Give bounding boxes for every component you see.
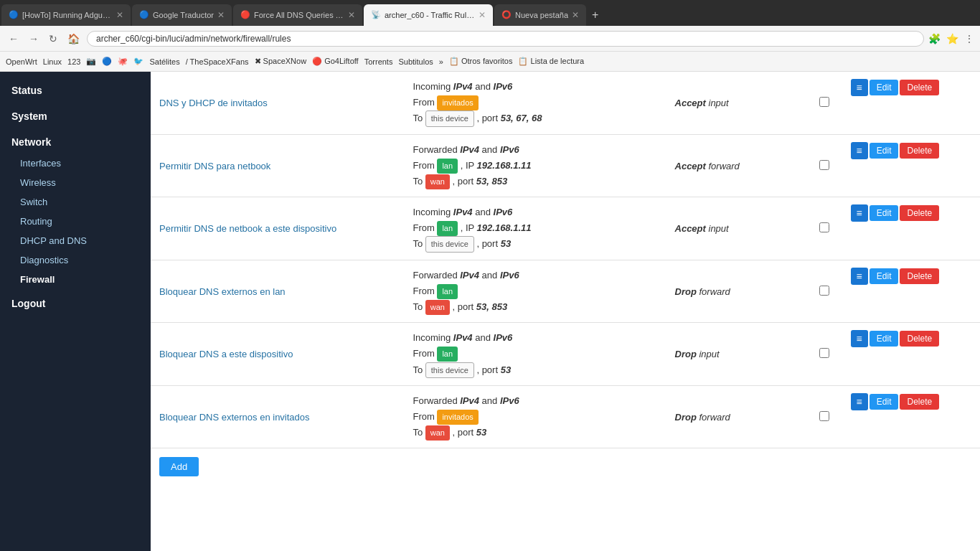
rules-table: DNS y DHCP de invitados Incoming IPv4 an…: [151, 72, 980, 448]
checkbox-5[interactable]: [819, 348, 829, 358]
checkbox-6[interactable]: [819, 411, 829, 421]
rule-buttons-3: ≡ Edit Delete: [842, 197, 980, 229]
sidebar-item-firewall[interactable]: Firewall: [0, 270, 151, 289]
list-button-3[interactable]: ≡: [851, 204, 868, 222]
sidebar: Status System Network Interfaces Wireles…: [0, 72, 151, 551]
checkbox-3[interactable]: [819, 222, 829, 232]
delete-button-4[interactable]: Delete: [900, 268, 939, 284]
rule-name-4: Bloquear DNS externos en lan: [151, 260, 404, 323]
tab-1-close[interactable]: ✕: [116, 10, 123, 20]
home-button[interactable]: 🏠: [65, 32, 83, 46]
tab-2[interactable]: 🔵 Google Traductor ✕: [132, 4, 232, 26]
table-row: Bloquear DNS externos en invitados Forwa…: [151, 386, 980, 448]
rule-buttons-6: ≡ Edit Delete: [842, 386, 980, 418]
bookmark-go4liftoff[interactable]: 🔴 Go4Liftoff: [312, 57, 359, 66]
rule-buttons-5: ≡ Edit Delete: [842, 323, 980, 354]
main-content: DNS y DHCP de invitados Incoming IPv4 an…: [151, 72, 980, 551]
menu-icon[interactable]: ⋮: [964, 33, 974, 44]
tab-5[interactable]: ⭕ Nueva pestaña ✕: [494, 4, 586, 26]
delete-button-3[interactable]: Delete: [900, 205, 939, 221]
sidebar-section-system: System: [0, 105, 151, 128]
rule-checkbox-4[interactable]: [806, 260, 842, 323]
delete-button-5[interactable]: Delete: [900, 331, 939, 347]
address-input[interactable]: [87, 31, 924, 47]
tab-3[interactable]: 🔴 Force All DNS Queries Thro... ✕: [233, 4, 362, 26]
bookmark-otros[interactable]: 📋 Otros favoritos: [449, 57, 513, 66]
add-button[interactable]: Add: [159, 457, 199, 476]
bookmark-openwrt[interactable]: OpenWrt: [6, 57, 37, 66]
sidebar-item-system[interactable]: System: [0, 105, 151, 128]
edit-button-5[interactable]: Edit: [870, 331, 899, 347]
bookmark-reddit[interactable]: 📷: [86, 57, 96, 66]
sidebar-item-wireless[interactable]: Wireless: [0, 173, 151, 192]
tab-1[interactable]: 🔵 [HowTo] Running Adguard ✕: [1, 4, 131, 26]
sidebar-item-switch[interactable]: Switch: [0, 192, 151, 212]
sidebar-item-diagnostics[interactable]: Diagnostics: [0, 250, 151, 270]
rule-desc-4: Forwarded IPv4 and IPv6 From lan To wan …: [404, 260, 666, 323]
bookmark-bing[interactable]: 🔵: [102, 57, 112, 66]
delete-button-1[interactable]: Delete: [900, 80, 939, 95]
rule-name-1: DNS y DHCP de invitados: [151, 72, 404, 134]
tab-4[interactable]: 📡 archer_c60 - Traffic Rules - ✕: [364, 4, 493, 26]
bookmark-more[interactable]: »: [439, 57, 443, 66]
edit-button-6[interactable]: Edit: [870, 394, 899, 410]
bookmark-twitter[interactable]: 🐦: [133, 57, 143, 66]
sidebar-section-logout: Logout: [0, 292, 151, 315]
tab-2-close[interactable]: ✕: [217, 10, 225, 20]
rule-checkbox-1[interactable]: [806, 72, 842, 134]
delete-button-2[interactable]: Delete: [900, 143, 939, 159]
sidebar-item-network[interactable]: Network: [0, 131, 151, 154]
bookmark-linux[interactable]: Linux: [43, 57, 62, 66]
tab-4-favicon: 📡: [371, 10, 381, 20]
bookmark-subtitulos[interactable]: Subtitulos: [398, 57, 433, 66]
sidebar-item-status[interactable]: Status: [0, 79, 151, 102]
forward-button[interactable]: →: [26, 32, 42, 46]
checkbox-2[interactable]: [819, 160, 829, 170]
new-tab-button[interactable]: +: [586, 9, 604, 22]
edit-button-4[interactable]: Edit: [870, 268, 899, 284]
rule-checkbox-6[interactable]: [806, 386, 842, 448]
checkbox-4[interactable]: [819, 286, 829, 296]
rule-checkbox-3[interactable]: [806, 197, 842, 260]
bookmark-satelites[interactable]: Satélites: [149, 57, 179, 66]
delete-button-6[interactable]: Delete: [900, 394, 939, 410]
list-button-5[interactable]: ≡: [851, 330, 868, 347]
sidebar-item-logout[interactable]: Logout: [0, 292, 151, 315]
tab-3-title: Force All DNS Queries Thro...: [254, 11, 344, 19]
sidebar-item-routing[interactable]: Routing: [0, 212, 151, 231]
back-button[interactable]: ←: [6, 32, 22, 46]
tab-5-close[interactable]: ✕: [572, 10, 579, 20]
edit-button-2[interactable]: Edit: [870, 143, 899, 159]
bookmark-lista[interactable]: 📋 Lista de lectura: [518, 57, 584, 66]
list-button-4[interactable]: ≡: [851, 268, 868, 285]
refresh-button[interactable]: ↻: [46, 32, 60, 46]
address-bar: ← → ↻ 🏠 🧩 ⭐ ⋮: [0, 26, 980, 52]
bookmark-spacexfans[interactable]: / TheSpaceXFans: [186, 57, 249, 66]
bookmark-torrents[interactable]: Torrents: [364, 57, 393, 66]
list-button-1[interactable]: ≡: [851, 79, 868, 96]
edit-button-1[interactable]: Edit: [870, 80, 899, 95]
sidebar-item-dhcp[interactable]: DHCP and DNS: [0, 231, 151, 250]
rule-desc-6: Forwarded IPv4 and IPv6 From invitados T…: [404, 386, 666, 448]
bookmark-spacexnow[interactable]: ✖ SpaceXNow: [255, 57, 307, 66]
tab-4-close[interactable]: ✕: [479, 10, 486, 20]
sidebar-section-status: Status: [0, 79, 151, 102]
bookmark-123[interactable]: 123: [67, 57, 80, 66]
rule-action-3: Accept input: [666, 197, 807, 260]
rule-checkbox-5[interactable]: [806, 323, 842, 386]
bookmark-github[interactable]: 🐙: [118, 57, 128, 66]
tab-3-close[interactable]: ✕: [348, 10, 355, 20]
bookmark-icon[interactable]: ⭐: [946, 33, 958, 44]
sidebar-section-network: Network Interfaces Wireless Switch Routi…: [0, 131, 151, 289]
rule-checkbox-2[interactable]: [806, 134, 842, 197]
checkbox-1[interactable]: [819, 97, 829, 107]
sidebar-item-interfaces[interactable]: Interfaces: [0, 154, 151, 173]
list-button-6[interactable]: ≡: [851, 393, 868, 410]
list-button-2[interactable]: ≡: [851, 142, 868, 159]
rule-action-5: Drop input: [666, 323, 807, 386]
tab-4-title: archer_c60 - Traffic Rules -: [385, 11, 475, 19]
table-row: Permitir DNS de netbook a este dispositi…: [151, 197, 980, 260]
extensions-icon[interactable]: 🧩: [928, 33, 941, 44]
edit-button-3[interactable]: Edit: [870, 205, 899, 221]
add-button-container: Add: [151, 448, 980, 485]
